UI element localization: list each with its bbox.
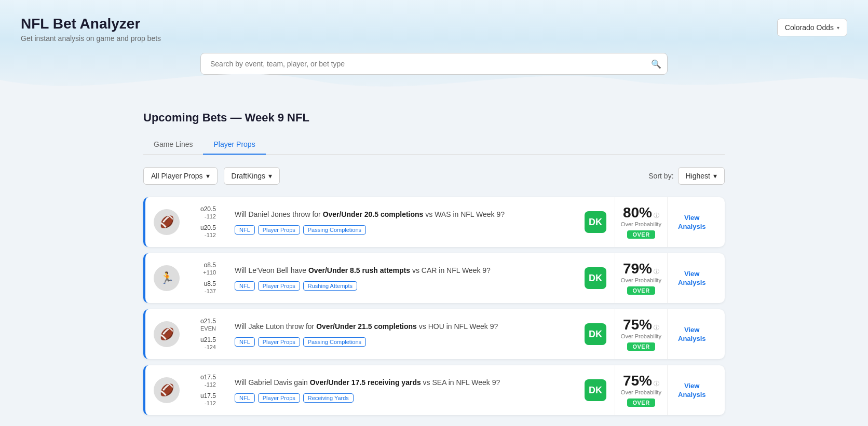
view-analysis-button[interactable]: ViewAnalysis	[678, 270, 706, 287]
over-badge: OVER	[627, 230, 655, 239]
sort-dropdown[interactable]: Highest ▾	[678, 167, 725, 185]
tag[interactable]: Player Props	[258, 225, 300, 235]
odds-region-label: Colorado Odds	[785, 23, 834, 32]
probability-value: 79%	[623, 262, 652, 276]
probability-value: 75%	[623, 318, 652, 332]
draftkings-logo: DK	[589, 273, 602, 284]
over-line: o20.5 -112	[185, 205, 216, 220]
tag[interactable]: NFL	[235, 281, 255, 291]
search-button[interactable]: 🔍	[651, 59, 661, 69]
tag[interactable]: Receiving Yards	[303, 393, 354, 403]
tag[interactable]: Player Props	[258, 393, 300, 403]
player-props-filter[interactable]: All Player Props ▾	[143, 167, 218, 185]
sportsbook-icon: DK	[585, 211, 606, 233]
bet-cards-list: 🏈 o20.5 -112 u20.5 -112 Will Daniel Jone…	[143, 197, 725, 415]
card-main-content: Will Daniel Jones throw for Over/Under 2…	[224, 201, 576, 243]
over-line: o17.5 -112	[185, 374, 216, 388]
card-question: Will Gabriel Davis gain Over/Under 17.5 …	[235, 378, 566, 388]
card-tags: NFLPlayer PropsPassing Completions	[235, 225, 566, 235]
cta-section: ViewAnalysis	[668, 381, 725, 400]
section-title: Upcoming Bets — Week 9 NFL	[143, 111, 725, 125]
draftkings-logo: DK	[589, 385, 602, 396]
tag[interactable]: Rushing Attempts	[303, 281, 357, 291]
header-text-block: NFL Bet Analyzer Get instant analysis on…	[21, 16, 161, 43]
odds-section: o17.5 -112 u17.5 -112	[185, 374, 216, 407]
under-line: u21.5 -124	[185, 336, 216, 351]
avatar: 🏈	[154, 321, 180, 347]
bet-card-2: 🏃 o8.5 +110 u8.5 -137 Will Le'Veon Bell …	[143, 253, 725, 303]
odds-section: o20.5 -112 u20.5 -112	[185, 205, 216, 239]
tab-player-props[interactable]: Player Props	[203, 135, 265, 155]
cta-section: ViewAnalysis	[668, 213, 725, 231]
tag[interactable]: NFL	[235, 393, 255, 403]
card-main-content: Will Le'Veon Bell have Over/Under 8.5 ru…	[224, 257, 576, 299]
probability-label: Over Probability	[621, 389, 661, 395]
over-badge: OVER	[627, 398, 655, 407]
probability-section: 75% ⓘ Over Probability OVER	[615, 309, 667, 359]
card-main-content: Will Gabriel Davis gain Over/Under 17.5 …	[224, 369, 576, 411]
probability-label: Over Probability	[621, 333, 661, 339]
cta-section: ViewAnalysis	[668, 269, 725, 287]
chevron-down-icon: ▾	[268, 172, 272, 180]
chevron-down-icon: ▾	[206, 172, 210, 180]
search-icon: 🔍	[651, 60, 661, 68]
card-tags: NFLPlayer PropsPassing Completions	[235, 337, 566, 347]
chevron-down-icon: ▾	[837, 25, 839, 31]
card-question: Will Jake Luton throw for Over/Under 21.…	[235, 322, 566, 332]
under-line: u8.5 -137	[185, 280, 216, 295]
under-line: u20.5 -112	[185, 224, 216, 239]
page-subtitle: Get instant analysis on game and prop be…	[21, 34, 161, 43]
info-icon[interactable]: ⓘ	[654, 268, 659, 276]
card-question: Will Daniel Jones throw for Over/Under 2…	[235, 210, 566, 220]
chevron-down-icon: ▾	[713, 172, 717, 180]
card-tags: NFLPlayer PropsReceiving Yards	[235, 393, 566, 403]
sort-container: Sort by: Highest ▾	[648, 167, 725, 185]
search-input[interactable]	[200, 53, 668, 75]
view-analysis-button[interactable]: ViewAnalysis	[678, 326, 706, 343]
tab-game-lines[interactable]: Game Lines	[143, 135, 203, 155]
cta-section: ViewAnalysis	[668, 325, 725, 343]
odds-section: o21.5 EVEN u21.5 -124	[185, 318, 216, 351]
player-section: 🏈 o20.5 -112 u20.5 -112	[145, 197, 224, 247]
under-line: u17.5 -112	[185, 392, 216, 407]
over-line: o8.5 +110	[185, 262, 216, 276]
tag[interactable]: Passing Completions	[303, 337, 366, 347]
sportsbook-filter-label: DraftKings	[232, 172, 265, 180]
sportsbook-icon: DK	[585, 323, 606, 345]
bet-card-3: 🏈 o21.5 EVEN u21.5 -124 Will Jake Luton …	[143, 309, 725, 359]
player-props-filter-label: All Player Props	[151, 172, 203, 180]
bet-card-4: 🏈 o17.5 -112 u17.5 -112 Will Gabriel Dav…	[143, 365, 725, 415]
player-section: 🏈 o17.5 -112 u17.5 -112	[145, 365, 224, 415]
sportsbook-icon: DK	[585, 267, 606, 289]
odds-region-dropdown[interactable]: Colorado Odds ▾	[777, 19, 847, 36]
draftkings-logo: DK	[589, 329, 602, 340]
tag[interactable]: NFL	[235, 337, 255, 347]
probability-section: 75% ⓘ Over Probability OVER	[615, 365, 667, 415]
tag[interactable]: NFL	[235, 225, 255, 235]
avatar: 🏃	[154, 265, 180, 291]
probability-value: 80%	[623, 205, 652, 220]
probability-value: 75%	[623, 374, 652, 388]
view-analysis-button[interactable]: ViewAnalysis	[678, 382, 706, 400]
view-analysis-button[interactable]: ViewAnalysis	[678, 214, 706, 231]
card-tags: NFLPlayer PropsRushing Attempts	[235, 281, 566, 291]
tag[interactable]: Player Props	[258, 337, 300, 347]
probability-section: 79% ⓘ Over Probability OVER	[615, 253, 667, 303]
player-section: 🏃 o8.5 +110 u8.5 -137	[145, 253, 224, 303]
bet-card-1: 🏈 o20.5 -112 u20.5 -112 Will Daniel Jone…	[143, 197, 725, 247]
filters-row: All Player Props ▾ DraftKings ▾ Sort by:…	[143, 167, 725, 185]
info-icon[interactable]: ⓘ	[654, 324, 659, 332]
tag[interactable]: Passing Completions	[303, 225, 366, 235]
avatar: 🏈	[154, 209, 180, 235]
sportsbook-filter[interactable]: DraftKings ▾	[224, 167, 280, 185]
tag[interactable]: Player Props	[258, 281, 300, 291]
odds-section: o8.5 +110 u8.5 -137	[185, 262, 216, 295]
page-header: NFL Bet Analyzer Get instant analysis on…	[0, 0, 868, 53]
info-icon[interactable]: ⓘ	[654, 212, 659, 219]
card-main-content: Will Jake Luton throw for Over/Under 21.…	[224, 313, 576, 355]
over-badge: OVER	[627, 286, 655, 295]
draftkings-logo: DK	[589, 217, 602, 228]
info-icon[interactable]: ⓘ	[654, 380, 659, 388]
over-badge: OVER	[627, 342, 655, 351]
sort-value: Highest	[686, 172, 710, 180]
